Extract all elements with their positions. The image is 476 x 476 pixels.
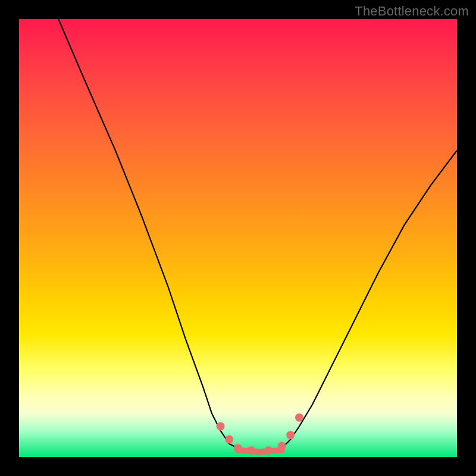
marker-dot — [234, 444, 242, 452]
marker-dot — [295, 414, 303, 422]
flat-bottom — [238, 450, 282, 452]
marker-dot — [286, 431, 295, 439]
curve-right — [282, 151, 457, 449]
marker-dot — [278, 442, 286, 450]
chart-svg — [19, 19, 457, 457]
marker-dot — [247, 446, 255, 455]
watermark-text: TheBottleneck.com — [355, 4, 469, 19]
marker-dot — [225, 436, 233, 444]
outer-frame: TheBottleneck.com — [0, 0, 476, 476]
marker-dot — [217, 422, 225, 431]
marker-dot — [265, 446, 273, 455]
curve-left — [58, 19, 238, 448]
plot-area — [19, 19, 457, 457]
highlight-dots — [217, 414, 303, 455]
